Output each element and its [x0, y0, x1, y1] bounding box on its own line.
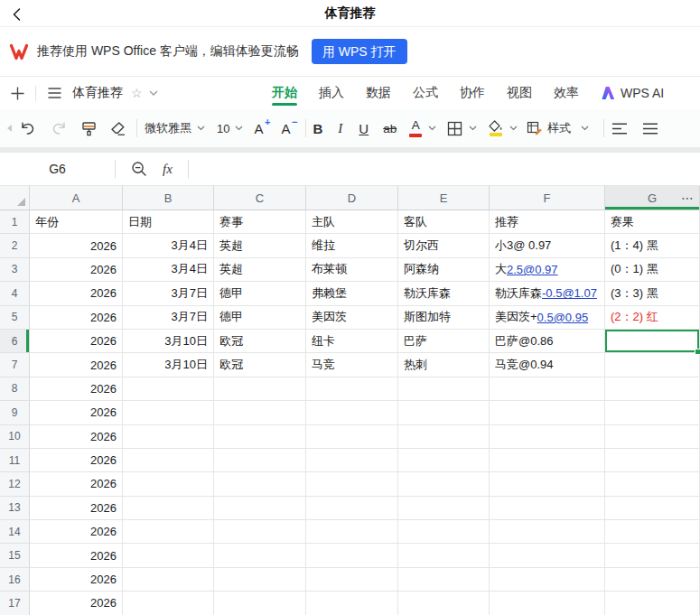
font-name-dropdown[interactable]: 微软雅黑: [145, 120, 205, 136]
cell-F14[interactable]: [490, 520, 605, 544]
cell-F6[interactable]: 巴萨@0.86: [490, 330, 605, 353]
select-all-corner[interactable]: [0, 186, 30, 210]
cell-A9[interactable]: 2026: [30, 401, 123, 424]
column-header-B[interactable]: B: [123, 186, 214, 210]
row-header-15[interactable]: 15: [0, 544, 30, 567]
bold-button[interactable]: B: [313, 121, 323, 136]
cell-A1[interactable]: 年份: [30, 210, 123, 234]
cell-G10[interactable]: [605, 425, 700, 449]
cell-G1[interactable]: 赛果: [605, 210, 700, 234]
cell-G14[interactable]: [605, 520, 700, 544]
cell-G3[interactable]: (0：1) 黑: [605, 258, 700, 282]
cell-A16[interactable]: 2026: [30, 568, 123, 592]
cell-C5[interactable]: 德甲: [214, 306, 306, 330]
cell-C13[interactable]: [214, 497, 306, 520]
cell-A3[interactable]: 2026: [30, 258, 123, 282]
cell-A2[interactable]: 2026: [30, 234, 123, 257]
cell-C1[interactable]: 赛事: [214, 210, 306, 234]
row-header-4[interactable]: 4: [0, 282, 30, 305]
cell-B17[interactable]: [123, 592, 214, 615]
cell-A11[interactable]: 2026: [30, 449, 123, 472]
cell-A4[interactable]: 2026: [30, 282, 123, 305]
cell-C10[interactable]: [214, 425, 306, 449]
cell-A6[interactable]: 2026: [30, 330, 123, 353]
cell-D1[interactable]: 主队: [306, 210, 398, 234]
align-left-button[interactable]: [611, 123, 628, 135]
row-header-9[interactable]: 9: [0, 401, 30, 424]
row-header-1[interactable]: 1: [0, 210, 30, 234]
cell-F11[interactable]: [490, 449, 605, 472]
cell-E5[interactable]: 斯图加特: [398, 306, 490, 330]
cell-F9[interactable]: [490, 401, 605, 424]
cell-F13[interactable]: [490, 497, 605, 520]
cell-C16[interactable]: [214, 568, 306, 592]
cell-B13[interactable]: [123, 497, 214, 520]
cell-A8[interactable]: 2026: [30, 377, 123, 401]
cell-A15[interactable]: 2026: [30, 544, 123, 567]
column-header-A[interactable]: A: [30, 186, 123, 210]
cell-C9[interactable]: [214, 401, 306, 424]
cell-G8[interactable]: [605, 377, 700, 401]
cell-A7[interactable]: 2026: [30, 353, 123, 377]
cell-F1[interactable]: 推荐: [490, 210, 605, 234]
tab-efficiency[interactable]: 效率: [554, 77, 579, 109]
cell-G6[interactable]: [605, 330, 700, 353]
borders-chevron-icon[interactable]: [469, 126, 477, 131]
row-header-5[interactable]: 5: [0, 306, 30, 330]
fill-handle[interactable]: [695, 349, 700, 355]
cell-E17[interactable]: [398, 592, 490, 615]
row-header-14[interactable]: 14: [0, 520, 30, 544]
fill-color-button[interactable]: [488, 120, 503, 136]
cell-B4[interactable]: 3月7日: [123, 282, 214, 305]
tab-formula[interactable]: 公式: [413, 77, 438, 109]
collapse-toolbar-icon[interactable]: [7, 125, 12, 132]
cell-G17[interactable]: [605, 592, 700, 615]
cell-B16[interactable]: [123, 568, 214, 592]
cell-F4[interactable]: 勒沃库森-0.5@1.07: [490, 282, 605, 305]
cell-F12[interactable]: [490, 472, 605, 496]
cell-D7[interactable]: 马竞: [306, 353, 398, 377]
cell-E15[interactable]: [398, 544, 490, 567]
cell-F15[interactable]: [490, 544, 605, 567]
cell-D8[interactable]: [306, 377, 398, 401]
column-header-G[interactable]: G⋯: [605, 186, 700, 210]
cell-A10[interactable]: 2026: [30, 425, 123, 449]
column-header-F[interactable]: F: [490, 186, 605, 210]
cell-B11[interactable]: [123, 449, 214, 472]
row-header-10[interactable]: 10: [0, 425, 30, 449]
row-header-6[interactable]: 6: [0, 330, 30, 353]
tab-collaborate[interactable]: 协作: [460, 77, 485, 109]
tab-insert[interactable]: 插入: [319, 77, 344, 109]
cell-C15[interactable]: [214, 544, 306, 567]
cell-G13[interactable]: [605, 497, 700, 520]
cell-F8[interactable]: [490, 377, 605, 401]
fill-color-chevron-icon[interactable]: [509, 126, 518, 131]
cell-D14[interactable]: [306, 520, 398, 544]
row-header-2[interactable]: 2: [0, 234, 30, 257]
cell-B7[interactable]: 3月10日: [123, 353, 214, 377]
cell-A12[interactable]: 2026: [30, 472, 123, 496]
more-columns-button[interactable]: ⋯: [681, 191, 695, 205]
cell-C2[interactable]: 英超: [214, 234, 306, 257]
eraser-icon[interactable]: [109, 121, 127, 136]
column-header-E[interactable]: E: [398, 186, 490, 210]
cell-C6[interactable]: 欧冠: [214, 330, 306, 353]
cell-F7[interactable]: 马竞@0.94: [490, 353, 605, 377]
cell-A17[interactable]: 2026: [30, 592, 123, 615]
font-color-chevron-icon[interactable]: [428, 126, 436, 131]
cell-D9[interactable]: [306, 401, 398, 424]
cell-D13[interactable]: [306, 497, 398, 520]
hamburger-menu-icon[interactable]: [44, 83, 64, 103]
insert-function-button[interactable]: fx: [163, 162, 173, 177]
cell-D3[interactable]: 布莱顿: [306, 258, 398, 282]
cell-D12[interactable]: [306, 472, 398, 496]
font-size-dropdown[interactable]: 10: [217, 122, 243, 135]
cell-G15[interactable]: [605, 544, 700, 567]
row-header-8[interactable]: 8: [0, 377, 30, 401]
cell-E3[interactable]: 阿森纳: [398, 258, 490, 282]
cell-C17[interactable]: [214, 592, 306, 615]
cell-C4[interactable]: 德甲: [214, 282, 306, 305]
cell-B12[interactable]: [123, 472, 214, 496]
cell-F10[interactable]: [490, 425, 605, 449]
cell-F16[interactable]: [490, 568, 605, 592]
